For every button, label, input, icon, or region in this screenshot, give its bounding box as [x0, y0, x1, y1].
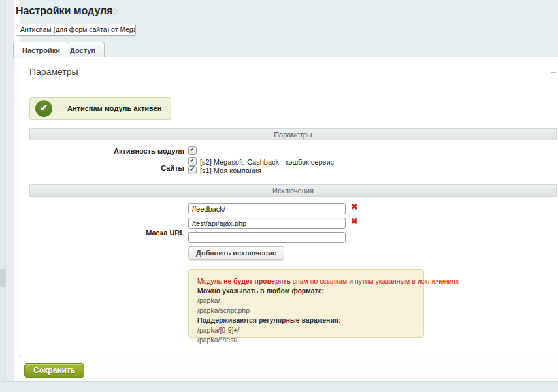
note-format-example: /papka/: [197, 296, 415, 306]
site-option-row: ✔[s1] Моя компания: [188, 166, 261, 174]
section-header-params: Параметры: [29, 128, 557, 140]
tab-settings[interactable]: Настройки: [13, 42, 69, 58]
module-select[interactable]: Антиспам (для форм сайта) от Megasoft ⌄: [16, 24, 136, 36]
url-mask-label: Маска URL: [20, 229, 184, 237]
url-mask-input[interactable]: [188, 203, 346, 214]
checkmark-icon: ✔: [189, 146, 195, 153]
site-option-label: [s2] Megasoft: Cashback - кэшбэк сервис: [200, 158, 334, 166]
module-select-value: Антиспам (для форм сайта) от Megasoft: [20, 25, 136, 33]
module-settings-page: Настройки модуля ☆ Антиспам (для форм са…: [0, 0, 558, 392]
add-exclusion-button[interactable]: Добавить исключение: [188, 246, 284, 260]
status-badge: ✔ Антиспам модуль активен: [29, 97, 171, 120]
exclusions-note: Модуль не будет проверять спам по ссылка…: [188, 269, 424, 338]
note-regex-title: Поддерживаются регулярные варажения:: [197, 316, 415, 325]
panel-heading: Параметры: [29, 67, 78, 77]
sidebar-divider: [14, 0, 20, 392]
status-text: Антиспам модуль активен: [67, 105, 161, 112]
note-regex-example: /papka/*/test/: [197, 335, 415, 345]
check-circle-icon: ✔: [35, 100, 52, 117]
settings-panel: Параметры ✔ Антиспам модуль активен Пара…: [20, 57, 558, 357]
note-format-example: /papka/script.php: [197, 306, 415, 316]
collapse-section-icon[interactable]: [551, 72, 556, 73]
delete-exclusion-icon[interactable]: ✖: [351, 203, 358, 211]
sidebar-collapsed-strip-inner: [5, 0, 14, 392]
sidebar-resize-handle[interactable]: [0, 269, 6, 287]
sites-label: Сайты: [20, 164, 184, 172]
url-mask-input[interactable]: [188, 232, 346, 243]
favorite-star-icon[interactable]: ☆: [110, 6, 119, 18]
note-regex-example: /papka/[0-9]+/: [197, 325, 415, 335]
sidebar-collapsed-strip: [0, 0, 5, 392]
chevron-down-icon: ⌄: [127, 25, 133, 36]
page-title: Настройки модуля: [16, 5, 113, 17]
note-warning-line: Модуль не будет проверять спам по ссылка…: [197, 276, 415, 286]
url-mask-input[interactable]: [188, 218, 346, 229]
activity-label: Активность модуля: [20, 147, 184, 155]
dotted-separator: [59, 100, 59, 117]
delete-exclusion-icon[interactable]: ✖: [351, 217, 358, 225]
save-button[interactable]: Сохранить: [24, 363, 84, 378]
footer-band: [0, 381, 558, 392]
note-formats-title: Можно указывать в любом формате:: [197, 286, 415, 296]
site-option-row: ✔[s2] Megasoft: Cashback - кэшбэк сервис: [188, 157, 334, 166]
site-option-label: [s1] Моя компания: [200, 167, 261, 174]
activity-checkbox[interactable]: ✔: [188, 146, 197, 155]
checkmark-icon: ✔: [189, 165, 195, 172]
checkmark-icon: ✔: [189, 157, 195, 164]
site-checkbox[interactable]: ✔: [188, 166, 197, 174]
section-header-exclusions: Исключения: [29, 184, 557, 197]
